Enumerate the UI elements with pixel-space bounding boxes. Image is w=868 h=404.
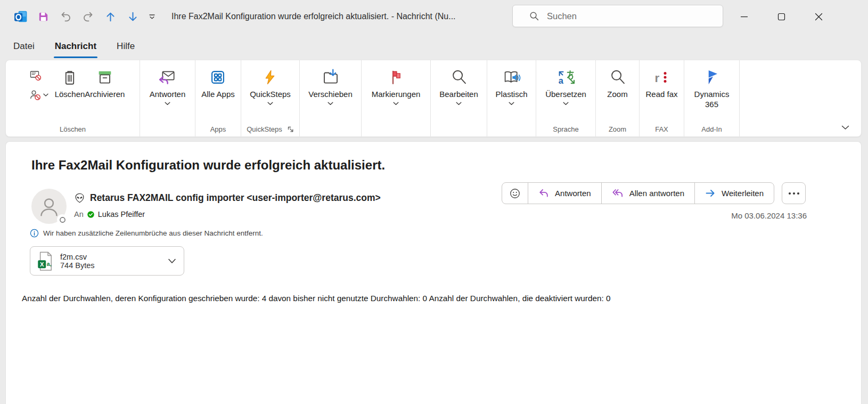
attachment-card[interactable]: X a, f2m.csv 744 Bytes (30, 246, 184, 276)
forward-arrow-icon (705, 188, 716, 198)
chevron-down-icon (393, 102, 399, 106)
quicksteps-label: QuickSteps (250, 89, 291, 99)
message-body: Anzahl der Durchwahlen, deren Konfigurat… (22, 293, 841, 304)
collapse-ribbon-button[interactable] (841, 125, 849, 130)
sender-avatar[interactable] (31, 189, 67, 224)
chevron-down-icon (267, 102, 273, 106)
search-magnifier-icon (451, 66, 468, 88)
dynamics-365-button[interactable]: Dynamics 365 (693, 63, 731, 109)
all-apps-button[interactable]: Alle Apps (201, 63, 235, 99)
next-item-button[interactable] (121, 6, 144, 27)
quick-access-toolbar (0, 6, 160, 27)
outlook-logo (10, 6, 32, 27)
chevron-down-icon (165, 102, 170, 106)
info-banner-text: Wir haben zusätzliche Zeilenumbrüche aus… (43, 229, 263, 237)
apps-grid-icon (209, 66, 226, 88)
ribbon-group-apps: Alle Apps Apps (195, 60, 241, 136)
ribbon-group-loeschen: Löschen Archivieren Löschen (6, 60, 140, 136)
ribbon-group-fax: r Read fax FAX (640, 60, 684, 136)
reply-menu-button[interactable]: Antworten (150, 63, 186, 106)
translate-button[interactable]: a Übersetzen (545, 63, 586, 106)
translate-label: Übersetzen (545, 89, 586, 99)
previous-item-button[interactable] (99, 6, 121, 27)
reply-all-button[interactable]: Allen antworten (601, 183, 694, 204)
tags-label: Markierungen (372, 89, 421, 99)
read-aloud-button[interactable]: Plastisch (495, 63, 527, 106)
forward-button[interactable]: Weiterleiten (694, 183, 774, 204)
svg-text:a,: a, (47, 261, 52, 267)
ignore-button[interactable] (29, 70, 48, 82)
dialog-launcher-icon[interactable] (287, 126, 294, 133)
presence-status-icon (57, 214, 68, 225)
reply-label: Antworten (555, 189, 591, 198)
sender-name[interactable]: Retarus FAX2MAIL config importer <user-i… (90, 192, 381, 204)
junk-button[interactable] (29, 90, 48, 101)
chevron-down-icon (509, 102, 514, 106)
ribbon-group-zoom: Zoom Zoom (596, 60, 640, 136)
maximize-button[interactable] (768, 3, 795, 30)
tab-datei[interactable]: Datei (13, 40, 35, 53)
more-actions-button[interactable] (782, 182, 806, 204)
sender-line: Retarus FAX2MAIL config importer <user-i… (74, 192, 381, 204)
search-input[interactable]: Suchen (512, 5, 723, 27)
redo-button[interactable] (77, 6, 99, 27)
customize-qat-button[interactable] (144, 6, 160, 27)
recipient-name[interactable]: Lukas Pfeiffer (98, 210, 145, 219)
close-button[interactable] (805, 3, 832, 30)
ribbon-group-verschieben: Verschieben (300, 60, 362, 136)
reply-action-group: Antworten Allen antworten (502, 182, 774, 204)
tab-hilfe[interactable]: Hilfe (116, 40, 135, 53)
junk-person-icon (29, 90, 41, 101)
archive-icon (96, 66, 114, 88)
quicksteps-button[interactable]: QuickSteps (250, 63, 291, 106)
editing-button[interactable]: Bearbeiten (439, 63, 478, 106)
forward-label: Weiterleiten (722, 189, 764, 198)
reply-arrow-icon (538, 188, 549, 198)
move-button[interactable]: Verschieben (308, 63, 353, 106)
group-label-addin: Add-In (684, 122, 739, 136)
save-button[interactable] (32, 6, 54, 27)
ribbon-group-sprache: a Übersetzen Sprache (536, 60, 596, 136)
reply-button[interactable]: Antworten (528, 183, 601, 204)
dynamics-365-icon (704, 66, 720, 88)
info-banner: Wir haben zusätzliche Zeilenumbrüche aus… (30, 229, 263, 238)
chevron-down-icon (456, 102, 462, 106)
reply-all-arrow-icon (612, 188, 624, 198)
zoom-label: Zoom (607, 89, 627, 99)
ribbon-group-antworten: Antworten (140, 60, 195, 136)
recipient-line: An Lukas Pfeiffer (74, 210, 145, 219)
tags-button[interactable]: Markierungen (372, 63, 421, 106)
attachment-size: 744 Bytes (60, 261, 161, 270)
group-label-apps: Apps (195, 122, 241, 136)
delete-icon (61, 66, 78, 88)
delete-button[interactable]: Löschen (55, 63, 85, 99)
all-apps-label: Alle Apps (201, 89, 235, 99)
svg-text:X: X (40, 261, 44, 267)
undo-button[interactable] (54, 6, 77, 27)
read-aloud-icon (502, 66, 521, 88)
dynamics-365-label: Dynamics 365 (693, 89, 731, 109)
ribbon-group-plastisch: Plastisch (487, 60, 536, 136)
zoom-button[interactable]: Zoom (607, 63, 627, 99)
ribbon: Löschen Archivieren Löschen (5, 60, 862, 137)
attachment-menu-chevron-icon[interactable] (168, 258, 176, 264)
message-actions: Antworten Allen antworten (502, 182, 806, 204)
message-pane: Ihre Fax2Mail Konfiguration wurde erfolg… (5, 141, 862, 404)
csv-file-icon: X a, (37, 251, 53, 271)
group-label-zoom: Zoom (596, 122, 639, 136)
search-icon (529, 11, 540, 22)
ellipsis-icon (788, 192, 800, 195)
minimize-button[interactable] (731, 3, 757, 30)
alien-emoji-icon (74, 192, 85, 204)
tab-nachricht[interactable]: Nachricht (54, 40, 97, 53)
read-fax-button[interactable]: r Read fax (645, 63, 677, 99)
to-label: An (74, 210, 84, 219)
group-label-loeschen: Löschen (6, 122, 140, 136)
delete-label: Löschen (55, 89, 85, 99)
group-label-quicksteps: QuickSteps (241, 122, 299, 136)
archive-label: Archivieren (85, 89, 125, 99)
reply-all-label: Allen antworten (629, 189, 684, 198)
reactions-button[interactable] (502, 183, 528, 204)
archive-button[interactable]: Archivieren (85, 63, 125, 99)
search-placeholder: Suchen (547, 11, 577, 21)
